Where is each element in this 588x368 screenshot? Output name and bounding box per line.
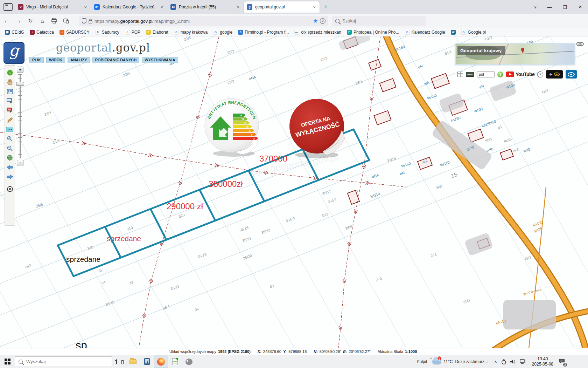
zoom-out-button[interactable]: − [17, 160, 23, 166]
slider-handle[interactable] [16, 82, 24, 86]
home-icon[interactable]: ⌂ [37, 16, 48, 26]
wms-icon[interactable]: wms [466, 72, 474, 77]
xyh-tool-icon[interactable]: XYH [6, 126, 14, 133]
file-explorer-button[interactable] [126, 355, 140, 368]
measure-tool-icon[interactable] [6, 116, 14, 123]
weather-widget[interactable]: 1 11°C Duże zachmurz... [432, 359, 488, 364]
maximize-button[interactable]: ❒ [557, 0, 573, 14]
parcel-label: ks.150 [394, 44, 405, 52]
address-bar[interactable]: https://mapy.geoportal.gov.pl/imap/Imgp_… [79, 16, 328, 26]
map-canvas[interactable]: mapy.geoportal.gov.pl 22/526/325/323/222… [0, 36, 588, 355]
forward-icon[interactable]: → [13, 16, 24, 26]
energy-class-letter: C [244, 122, 246, 125]
tab-0[interactable]: VVirgo - Michał Dzięcioł× [15, 1, 91, 13]
select-red-tool-icon[interactable] [6, 107, 14, 114]
bookmark-4[interactable]: ♙POP [125, 30, 140, 35]
taskbar-search[interactable] [15, 356, 112, 367]
select-tool-icon[interactable] [6, 97, 14, 104]
menu-item-wyszukiwania[interactable]: WYSZUKIWANIA [142, 57, 178, 63]
new-tab-button[interactable]: + [320, 4, 332, 11]
tab-1[interactable]: 31Kalendarz Google - Tydzień, w |× [91, 1, 167, 13]
desktop-toolbar[interactable]: Pulpit » [416, 359, 427, 364]
bookmark-8[interactable]: SFirmino.pl - Program f... [238, 30, 289, 35]
bookmark-7[interactable]: Ggoogle [213, 30, 232, 35]
back-icon[interactable]: ← [1, 16, 12, 26]
tab-close-icon[interactable]: × [83, 5, 88, 10]
libreoffice-button[interactable] [168, 355, 182, 368]
energy-class-letter: B [242, 118, 244, 121]
bookmark-6[interactable]: Gmapy krakowa [174, 30, 208, 35]
browser-search-input[interactable] [342, 18, 412, 23]
bookmark-11[interactable]: GKalendarz Google [405, 30, 445, 35]
clock[interactable]: 13:40 2025-05-08 [532, 356, 553, 367]
firefox-button[interactable] [154, 355, 168, 368]
bookmark-0[interactable]: ▦CEIdG [5, 30, 24, 35]
tab-list-button[interactable]: ∨ [529, 5, 542, 9]
bookmark-12[interactable]: W [451, 30, 456, 35]
tab-close-icon[interactable]: × [312, 5, 317, 10]
menu-item-pobieranie-danych[interactable]: POBIERANIE DANYCH [92, 57, 140, 63]
minimize-button[interactable]: — [542, 0, 557, 14]
screenshot-icon[interactable] [61, 16, 71, 26]
tab-3[interactable]: ggeoportal.gov.pl× [244, 1, 320, 13]
zoom-in-button[interactable]: + [17, 67, 23, 73]
bookmark-2[interactable]: ⌂SADURSCY [59, 30, 90, 35]
bookmark-9[interactable]: olxolx sprzedz mieszkan [294, 30, 341, 35]
gimp-button[interactable] [182, 355, 196, 368]
ime-icon[interactable] [501, 359, 506, 364]
menu-item-analizy[interactable]: ANALIZY [68, 57, 90, 63]
calculator-button[interactable] [140, 355, 154, 368]
menu-item-widok[interactable]: WIDOK [46, 57, 65, 63]
map-toolbar: iXYH [5, 65, 15, 226]
settings-gears-icon[interactable]: ⚙⚙ [576, 41, 582, 48]
accessibility-icon[interactable]: ✳ [537, 71, 543, 77]
bookmark-10[interactable]: PPhotopea | Online Pho... [347, 30, 399, 35]
close-button[interactable]: × [573, 0, 588, 14]
zoom-slider[interactable]: + − [16, 67, 24, 166]
tab-close-icon[interactable]: × [236, 5, 240, 10]
bookmark-13[interactable]: GGoogle.pl [461, 30, 486, 35]
close-tool-icon[interactable] [6, 185, 14, 192]
tab-2[interactable]: ✉Poczta w Interii (55)× [168, 1, 243, 13]
start-button[interactable] [5, 359, 10, 364]
reload-icon[interactable]: ↻ [25, 16, 36, 26]
youtube-button[interactable]: YouTube [506, 71, 534, 77]
flight-view-button[interactable]: ✈ [546, 70, 563, 79]
language-select[interactable]: pol ⌄ [477, 71, 495, 77]
pan-tool-icon[interactable] [6, 79, 14, 86]
wordmark-suffix: .gov.pl [112, 41, 150, 54]
geoportal-logo-tile[interactable]: g [4, 42, 24, 64]
bookmark-5[interactable]: EElaborat [146, 30, 168, 35]
slider-track[interactable] [20, 74, 21, 158]
utility-red-lines [0, 36, 408, 350]
energy-class-letter: A [240, 114, 242, 117]
grid-icon[interactable] [457, 71, 463, 77]
pocket-icon[interactable]: ∨ [320, 18, 326, 24]
nav-forward-tool-icon[interactable] [6, 173, 14, 180]
overview-minimap[interactable]: Geoportal krajowy [455, 43, 575, 65]
bookmark-star-icon[interactable]: ★ [313, 18, 318, 24]
taskbar-search-input[interactable] [26, 359, 100, 364]
bookmark-1[interactable]: ◖Galactica [30, 30, 54, 35]
shield-icon[interactable] [82, 18, 86, 23]
firefox-view-icon[interactable] [4, 3, 13, 11]
nav-back-tool-icon[interactable] [6, 164, 14, 171]
tab-close-icon[interactable]: × [159, 5, 164, 10]
visibility-button[interactable] [566, 70, 577, 79]
help-icon[interactable]: ? [497, 71, 503, 77]
task-view-button[interactable] [112, 355, 126, 368]
print-icon[interactable] [49, 16, 59, 26]
menu-item-plik[interactable]: PLIK [29, 57, 44, 63]
bookmark-3[interactable]: ⊕Sadurscy [95, 30, 119, 35]
info-tool-icon[interactable]: i [6, 69, 14, 76]
action-center-button[interactable]: 2 [559, 359, 565, 365]
lock-icon[interactable] [89, 19, 92, 23]
speaker-icon[interactable] [510, 359, 516, 364]
zoom-out-tool-icon[interactable] [6, 145, 14, 152]
legend-tool-icon[interactable] [6, 88, 14, 95]
globe-tool-icon[interactable] [6, 154, 14, 161]
network-icon[interactable] [520, 359, 526, 364]
tray-chevron-icon[interactable]: ∧ [494, 359, 497, 364]
zoom-in-tool-icon[interactable] [6, 135, 14, 142]
browser-search-box[interactable] [332, 16, 426, 26]
